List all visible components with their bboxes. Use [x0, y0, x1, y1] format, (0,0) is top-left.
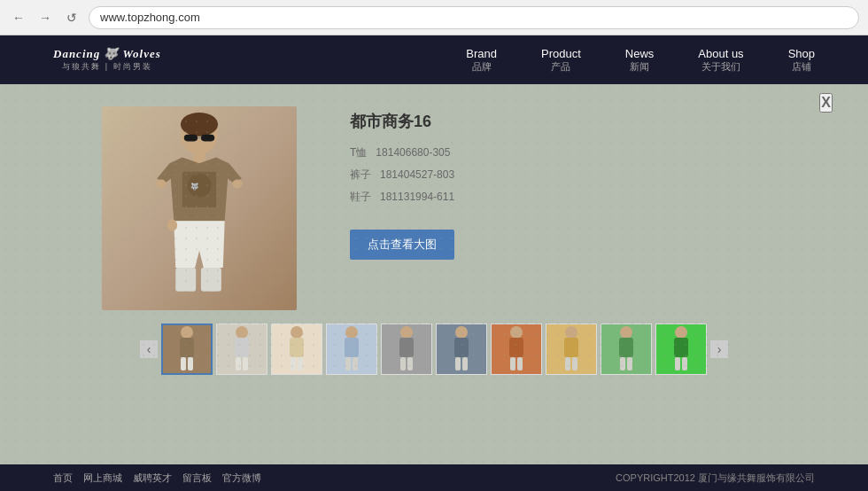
footer-link-talent[interactable]: 威聘英才 — [133, 472, 172, 485]
svg-rect-15 — [180, 338, 194, 357]
svg-point-42 — [565, 326, 577, 339]
product-tshirt: T恤 181406680-305 — [350, 145, 766, 160]
svg-point-14 — [181, 326, 193, 339]
product-image: 🐺 — [102, 106, 297, 310]
nav-about-zh: 关于我们 — [701, 60, 740, 74]
svg-point-38 — [510, 326, 523, 339]
address-bar[interactable] — [89, 6, 859, 29]
back-button[interactable]: ← — [9, 8, 28, 27]
brand-logo[interactable]: Dancing 🐺 Wolves 与狼共舞 | 时尚男装 — [53, 47, 161, 73]
browser-chrome: ← → ↺ — [0, 0, 868, 35]
svg-rect-19 — [235, 338, 249, 357]
nav-news-zh: 新闻 — [630, 60, 649, 74]
svg-rect-25 — [298, 357, 303, 370]
thumb-item-10[interactable] — [655, 323, 707, 375]
svg-point-50 — [675, 326, 687, 339]
footer-link-message[interactable]: 留言板 — [182, 472, 212, 485]
footer-links: 首页 网上商城 威聘英才 留言板 官方微博 — [53, 472, 261, 485]
thumb-item-9[interactable] — [601, 323, 652, 375]
svg-point-9 — [156, 179, 166, 188]
svg-point-30 — [400, 326, 413, 339]
nav-item-shop[interactable]: Shop 店铺 — [788, 47, 815, 74]
nav-item-news[interactable]: News 新闻 — [625, 47, 655, 74]
svg-point-11 — [167, 219, 177, 230]
footer: 首页 网上商城 威聘英才 留言板 官方微博 COPYRIGHT2012 厦门与缘… — [0, 464, 868, 491]
svg-rect-39 — [509, 338, 523, 357]
svg-point-46 — [620, 326, 632, 339]
svg-rect-5 — [193, 153, 205, 163]
svg-point-10 — [232, 179, 242, 188]
thumb-item-7[interactable] — [491, 323, 542, 375]
svg-rect-36 — [455, 357, 461, 370]
product-title: 都市商务16 — [350, 111, 766, 132]
svg-point-26 — [345, 326, 358, 339]
nav-product-zh: 产品 — [551, 60, 570, 74]
svg-text:🐺: 🐺 — [190, 182, 199, 191]
brand-name: Dancing 🐺 Wolves — [53, 47, 161, 61]
svg-rect-16 — [181, 357, 186, 370]
nav-brand-en: Brand — [466, 47, 497, 60]
svg-rect-2 — [184, 135, 198, 142]
product-info: 都市商务16 T恤 181406680-305 裤子 181404527-803… — [350, 106, 766, 260]
product-pants: 裤子 181404527-803 — [350, 168, 766, 183]
nav-item-product[interactable]: Product 产品 — [541, 47, 581, 74]
svg-rect-35 — [454, 338, 469, 357]
svg-point-22 — [291, 326, 303, 339]
brand-name-text: Dancing 🐺 Wolves — [53, 47, 161, 61]
thumb-item-6[interactable] — [436, 323, 487, 375]
svg-rect-24 — [291, 357, 296, 370]
footer-link-weibo[interactable]: 官方微博 — [222, 472, 261, 485]
svg-rect-37 — [462, 357, 468, 370]
thumb-item-2[interactable] — [216, 323, 267, 375]
svg-point-34 — [455, 326, 468, 339]
svg-rect-53 — [682, 357, 687, 370]
svg-rect-17 — [188, 357, 193, 370]
nav-item-brand[interactable]: Brand 品牌 — [466, 47, 497, 74]
svg-rect-3 — [201, 135, 214, 142]
svg-rect-49 — [627, 357, 632, 370]
svg-rect-27 — [345, 338, 359, 357]
nav-links: Brand 品牌 Product 产品 News 新闻 About us 关于我… — [466, 47, 815, 74]
svg-rect-28 — [345, 357, 351, 370]
nav-item-about[interactable]: About us 关于我们 — [698, 47, 743, 74]
svg-rect-51 — [674, 338, 688, 357]
thumb-next-button[interactable]: › — [710, 340, 728, 358]
footer-link-home[interactable]: 首页 — [53, 472, 73, 485]
nav-news-en: News — [625, 47, 655, 60]
nav-shop-zh: 店铺 — [792, 60, 811, 74]
thumb-item-4[interactable] — [326, 323, 377, 375]
nav-product-en: Product — [541, 47, 581, 60]
svg-rect-44 — [565, 357, 570, 370]
svg-rect-31 — [399, 338, 414, 357]
thumb-item-5[interactable] — [381, 323, 432, 375]
svg-rect-23 — [290, 338, 304, 357]
footer-copyright: COPYRIGHT2012 厦门与缘共舞服饰有限公司 — [616, 472, 815, 485]
forward-button[interactable]: → — [35, 8, 55, 27]
navbar: Dancing 🐺 Wolves 与狼共舞 | 时尚男装 Brand 品牌 Pr… — [0, 35, 868, 84]
nav-brand-zh: 品牌 — [472, 60, 492, 74]
view-large-button[interactable]: 点击查看大图 — [350, 230, 454, 260]
thumb-item-8[interactable] — [546, 323, 597, 375]
product-display: 🐺 都市商务16 T恤 — [102, 106, 766, 310]
svg-rect-20 — [236, 357, 241, 370]
svg-point-1 — [181, 113, 218, 136]
svg-rect-43 — [564, 338, 578, 357]
svg-rect-29 — [353, 357, 358, 370]
thumb-prev-button[interactable]: ‹ — [140, 340, 158, 358]
brand-tagline: 与狼共舞 | 时尚男装 — [62, 61, 151, 73]
svg-rect-52 — [675, 357, 680, 370]
thumb-item-3[interactable] — [271, 323, 322, 375]
refresh-button[interactable]: ↺ — [62, 8, 81, 27]
thumb-item-1[interactable] — [161, 323, 213, 375]
svg-rect-45 — [572, 357, 577, 370]
nav-about-en: About us — [698, 47, 743, 60]
main-content: X — [0, 84, 868, 464]
close-button[interactable]: X — [819, 93, 833, 113]
svg-rect-32 — [400, 357, 406, 370]
svg-rect-12 — [175, 268, 196, 292]
svg-rect-41 — [517, 357, 523, 370]
svg-rect-48 — [620, 357, 625, 370]
footer-link-shop[interactable]: 网上商城 — [83, 472, 122, 485]
svg-rect-13 — [201, 268, 221, 292]
svg-rect-21 — [243, 357, 248, 370]
